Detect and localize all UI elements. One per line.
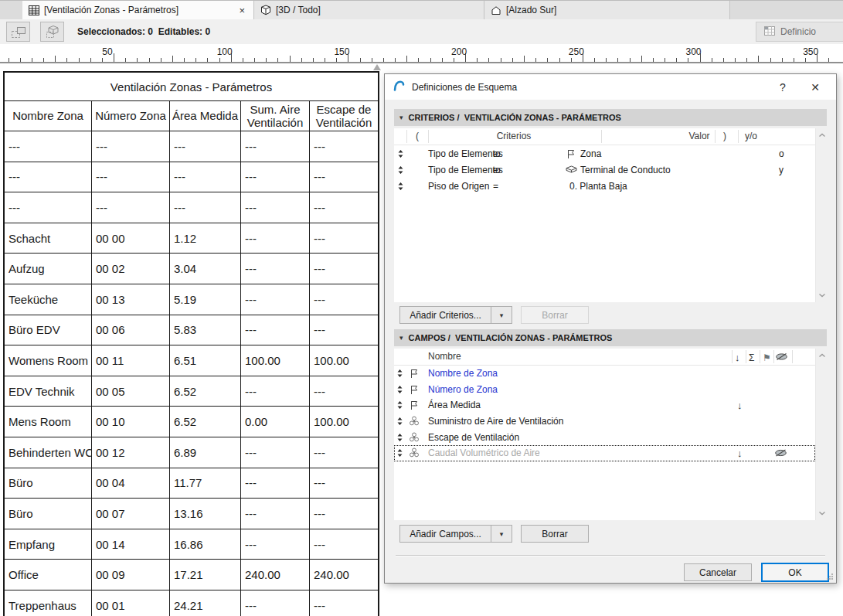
schedule-cell[interactable]: 240.00 — [310, 560, 378, 590]
schedule-cell[interactable]: 6.51 — [170, 345, 241, 376]
schedule-cell[interactable]: --- — [92, 162, 170, 192]
schedule-column-header[interactable]: Sum. Aire Ventilación — [241, 101, 310, 131]
schedule-cell[interactable]: 17.21 — [170, 560, 241, 590]
schedule-column-header[interactable]: Escape de Ventilación — [310, 101, 378, 131]
scroll-up-icon[interactable] — [818, 353, 826, 358]
schedule-cell[interactable]: 00 11 — [92, 345, 170, 376]
schedule-cell[interactable]: 00 00 — [92, 223, 170, 254]
fields-section-header[interactable]: ▾ CAMPOS / VENTILACIÓN ZONAS - PARÁMETRO… — [394, 329, 827, 346]
schedule-cell[interactable]: --- — [92, 131, 170, 162]
cancel-button[interactable]: Cancelar — [684, 563, 752, 581]
scroll-down-icon[interactable] — [818, 511, 826, 516]
schedule-cell[interactable]: --- — [92, 192, 170, 223]
tab-elevation[interactable]: [Alzado Sur] — [484, 1, 730, 19]
schedule-cell[interactable]: --- — [241, 223, 310, 254]
schedule-cell[interactable]: 24.21 — [170, 590, 241, 616]
resize-grip[interactable] — [826, 573, 834, 580]
schedule-cell[interactable]: --- — [310, 162, 378, 192]
tab-close-icon[interactable]: × — [236, 5, 247, 16]
schedule-cell[interactable]: Aufzug — [5, 254, 92, 284]
add-fields-dropdown-icon[interactable]: ▾ — [491, 525, 512, 543]
ok-button[interactable]: OK — [761, 563, 829, 582]
schedule-cell[interactable]: --- — [310, 437, 378, 468]
schedule-cell[interactable]: 00 13 — [92, 284, 170, 315]
schedule-cell[interactable]: --- — [310, 376, 378, 407]
schedule-cell[interactable]: 16.86 — [170, 529, 241, 560]
schedule-cell[interactable]: Büro — [5, 499, 92, 529]
schedule-cell[interactable]: --- — [241, 192, 310, 223]
delete-criteria-button[interactable]: Borrar — [521, 306, 589, 324]
schedule-cell[interactable]: Treppenhaus — [5, 590, 92, 616]
schedule-definitions-button[interactable]: Definicio — [756, 22, 843, 42]
schedule-cell[interactable]: --- — [310, 499, 378, 529]
criteria-value[interactable]: 0. Planta Baja — [569, 181, 627, 192]
fields-scrollbar[interactable] — [815, 349, 828, 520]
schedule-cell[interactable]: --- — [241, 590, 310, 616]
schedule-cell[interactable]: Behinderten WC — [5, 437, 92, 468]
scroll-up-icon[interactable] — [818, 133, 826, 138]
schedule-cell[interactable]: Empfang — [5, 529, 92, 560]
criteria-value[interactable]: Zona — [580, 148, 601, 159]
schedule-cell[interactable]: --- — [310, 131, 378, 162]
tab-3d[interactable]: [3D / Todo] — [254, 1, 484, 19]
schedule-cell[interactable]: --- — [241, 499, 310, 529]
schedule-cell[interactable]: 00 12 — [92, 437, 170, 468]
schedule-cell[interactable]: 6.89 — [170, 437, 241, 468]
field-label[interactable]: Área Medida — [428, 400, 481, 410]
field-label[interactable]: Suministro de Aire de Ventilación — [428, 416, 563, 427]
criteria-logic[interactable]: y — [779, 165, 784, 175]
add-fields-label[interactable]: Añadir Campos... — [399, 525, 491, 543]
field-row[interactable]: Caudal Volumétrico de Aire↓ — [394, 445, 815, 461]
schedule-cell[interactable]: 00 04 — [92, 468, 170, 499]
criteria-logic[interactable]: o — [779, 148, 784, 159]
add-criteria-label[interactable]: Añadir Criterios... — [399, 306, 491, 324]
schedule-cell[interactable]: 11.77 — [170, 468, 241, 499]
schedule-cell[interactable]: Schacht — [5, 223, 92, 254]
schedule-column-header[interactable]: Nombre Zona — [5, 101, 92, 131]
schedule-cell[interactable]: 0.00 — [241, 407, 310, 437]
schedule-cell[interactable]: 00 05 — [92, 376, 170, 407]
schedule-cell[interactable]: --- — [170, 192, 241, 223]
schedule-cell[interactable]: 1.12 — [170, 223, 241, 254]
criteria-row[interactable]: Tipo de ElementoesZonao — [394, 145, 815, 162]
schedule-cell[interactable]: 00 02 — [92, 254, 170, 284]
schedule-cell[interactable]: 13.16 — [170, 499, 241, 529]
schedule-column-header[interactable]: Número Zona — [92, 101, 170, 131]
schedule-cell[interactable]: 00 10 — [92, 407, 170, 437]
schedule-cell[interactable]: 00 01 — [92, 590, 170, 616]
schedule-cell[interactable]: 5.83 — [170, 315, 241, 345]
schedule-cell[interactable]: --- — [241, 468, 310, 499]
criteria-row[interactable]: Tipo de ElementoesTerminal de Conductoy — [394, 162, 815, 178]
schedule-cell[interactable]: 00 14 — [92, 529, 170, 560]
schedule-cell[interactable]: 100.00 — [310, 407, 378, 437]
schedule-cell[interactable]: --- — [170, 162, 241, 192]
schedule-cell[interactable]: 6.52 — [170, 376, 241, 407]
criteria-section-header[interactable]: ▾ CRITERIOS / VENTILACIÓN ZONAS - PARÁME… — [394, 109, 827, 126]
criteria-operator[interactable]: es — [493, 165, 503, 175]
field-row[interactable]: Número de Zona — [394, 382, 815, 398]
schedule-cell[interactable]: --- — [241, 315, 310, 345]
schedule-cell[interactable]: --- — [310, 192, 378, 223]
schedule-cell[interactable]: --- — [241, 162, 310, 192]
field-label[interactable]: Nombre de Zona — [428, 368, 498, 379]
criteria-row[interactable]: Piso de Origen=0. Planta Baja — [394, 178, 815, 194]
delete-fields-button[interactable]: Borrar — [521, 525, 589, 543]
schedule-column-header[interactable]: Área Medida — [170, 101, 241, 131]
schedule-cell[interactable]: --- — [310, 468, 378, 499]
field-row[interactable]: Suministro de Aire de Ventilación — [394, 414, 815, 430]
schedule-cell[interactable]: --- — [310, 315, 378, 345]
add-criteria-button[interactable]: Añadir Criterios... ▾ — [399, 306, 512, 324]
schedule-cell[interactable]: 100.00 — [310, 345, 378, 376]
dialog-close-button[interactable]: ✕ — [802, 81, 828, 94]
schedule-cell[interactable]: 100.00 — [241, 345, 310, 376]
schedule-cell[interactable]: --- — [241, 376, 310, 407]
criteria-value[interactable]: Terminal de Conducto — [580, 165, 671, 175]
schedule-cell[interactable]: --- — [310, 254, 378, 284]
schedule-cell[interactable]: --- — [310, 529, 378, 560]
add-criteria-dropdown-icon[interactable]: ▾ — [491, 306, 512, 324]
schedule-cell[interactable]: --- — [241, 284, 310, 315]
schedule-cell[interactable]: Womens Room — [5, 345, 92, 376]
schedule-cell[interactable]: Mens Room — [5, 407, 92, 437]
schedule-cell[interactable]: EDV Technik — [5, 376, 92, 407]
schedule-cell[interactable]: 6.52 — [170, 407, 241, 437]
